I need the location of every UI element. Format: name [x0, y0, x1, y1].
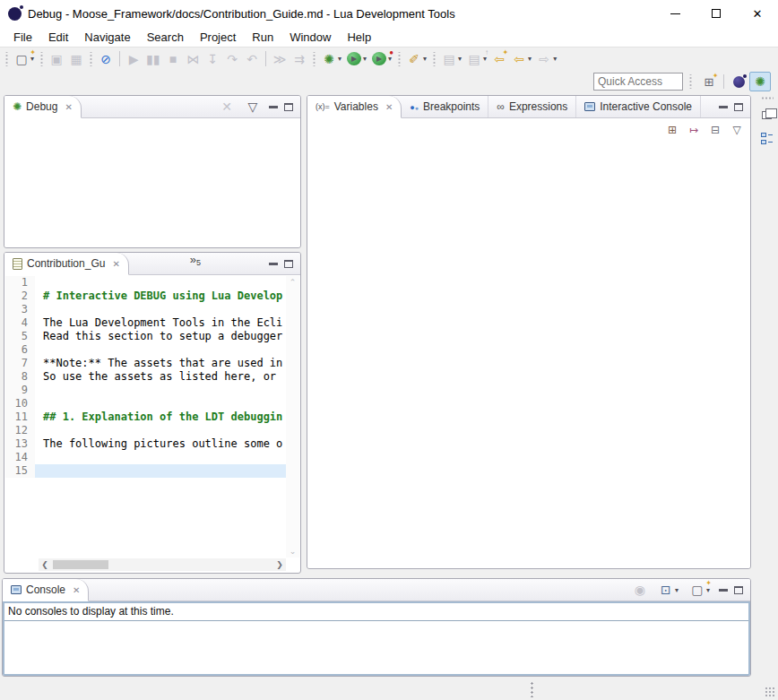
- lua-perspective-button[interactable]: [728, 72, 749, 91]
- line-number[interactable]: 1: [5, 276, 35, 290]
- quick-access-input[interactable]: [593, 73, 683, 91]
- outline-view-icon[interactable]: [761, 133, 774, 145]
- tab-variables[interactable]: (x)= Variables ✕: [307, 96, 402, 118]
- scroll-right-icon[interactable]: ❯: [273, 560, 286, 569]
- toolbar-grip[interactable]: [688, 74, 693, 89]
- menu-help[interactable]: Help: [339, 29, 379, 46]
- toolbar-grip[interactable]: [89, 52, 93, 66]
- resume-icon[interactable]: ▶: [125, 51, 143, 67]
- remove-all-terminated-icon[interactable]: ✕: [218, 99, 236, 115]
- console-content[interactable]: No consoles to display at this time.: [3, 601, 750, 676]
- restore-views-icon[interactable]: [762, 111, 772, 119]
- disconnect-icon[interactable]: ⋈: [184, 51, 202, 67]
- minimize-view-icon[interactable]: [269, 262, 278, 265]
- line-number[interactable]: 6: [5, 343, 35, 357]
- toolbar-grip[interactable]: [432, 52, 437, 66]
- line-text[interactable]: [35, 384, 286, 397]
- code-editor[interactable]: 12# Interactive DEBUG using Lua Develop3…: [5, 276, 299, 557]
- menu-run[interactable]: Run: [244, 29, 281, 46]
- window-resize-grip[interactable]: [765, 687, 775, 697]
- pin-console-icon[interactable]: ◉: [631, 582, 649, 598]
- line-text[interactable]: # Interactive DEBUG using Lua Develop: [35, 290, 286, 303]
- line-number[interactable]: 13: [5, 437, 35, 451]
- close-icon[interactable]: ✕: [385, 102, 393, 112]
- code-line[interactable]: 4The Lua Development Tools in the Ecli: [5, 316, 299, 330]
- debug-view-content[interactable]: [4, 118, 300, 247]
- code-line[interactable]: 9: [5, 384, 299, 397]
- line-number[interactable]: 10: [5, 397, 35, 410]
- line-number[interactable]: 5: [5, 330, 35, 343]
- external-tools-icon[interactable]: ✐▾: [405, 51, 428, 67]
- skip-all-breakpoints-icon[interactable]: ⊘: [97, 51, 115, 67]
- line-number[interactable]: 4: [5, 316, 35, 330]
- debug-icon[interactable]: ✺▾: [320, 51, 343, 67]
- line-number[interactable]: 2: [5, 290, 35, 303]
- menu-edit[interactable]: Edit: [40, 29, 76, 46]
- hidden-editors-chevron[interactable]: » 5: [190, 253, 201, 274]
- menu-search[interactable]: Search: [139, 29, 192, 46]
- step-into-icon[interactable]: ↧: [203, 51, 221, 67]
- line-text[interactable]: [35, 276, 286, 290]
- code-line[interactable]: 5Read this section to setup a debugger: [5, 330, 299, 343]
- line-text[interactable]: [35, 303, 286, 316]
- terminate-icon[interactable]: ■: [164, 51, 182, 67]
- debug-perspective-button[interactable]: ✺: [749, 72, 771, 91]
- code-line[interactable]: 2# Interactive DEBUG using Lua Develop: [5, 290, 299, 303]
- scroll-up-icon[interactable]: ⌃: [290, 278, 297, 287]
- new-wizard-icon[interactable]: ▢✦▾: [13, 51, 36, 67]
- tab-expressions[interactable]: ∞ Expressions: [488, 96, 576, 117]
- toolbar-grip[interactable]: [312, 52, 316, 66]
- horizontal-scrollbar[interactable]: ❮ ❯: [39, 558, 286, 571]
- back-icon[interactable]: ⇦▾: [510, 51, 533, 67]
- chevron-down-icon[interactable]: ▾: [338, 55, 341, 63]
- code-line[interactable]: 12: [5, 424, 299, 437]
- line-text[interactable]: So use the assets as listed here, or: [35, 370, 286, 384]
- scrollbar-thumb[interactable]: [53, 560, 108, 569]
- tab-console[interactable]: Console ✕: [3, 579, 89, 601]
- line-text[interactable]: [35, 451, 286, 464]
- menu-navigate[interactable]: Navigate: [76, 29, 138, 46]
- view-menu-icon[interactable]: ▽: [728, 122, 746, 138]
- run-icon[interactable]: ▶▾: [345, 51, 368, 66]
- line-text[interactable]: [35, 464, 286, 478]
- open-console-icon[interactable]: ▢✦▾: [688, 582, 712, 598]
- statusbar-drag-handle[interactable]: [531, 681, 533, 697]
- chevron-down-icon[interactable]: ▾: [528, 55, 532, 63]
- line-number[interactable]: 3: [5, 303, 35, 316]
- tab-debug[interactable]: ✺ Debug ✕: [4, 96, 82, 118]
- chevron-down-icon[interactable]: ▾: [423, 55, 427, 63]
- chevron-down-icon[interactable]: ▾: [553, 55, 557, 63]
- vertical-scrollbar[interactable]: ⌃ ⌄: [286, 276, 299, 557]
- collapse-all-icon[interactable]: ⊟: [706, 122, 724, 138]
- chevron-down-icon[interactable]: ▾: [458, 55, 462, 63]
- maximize-view-icon[interactable]: [734, 586, 743, 594]
- chevron-down-icon[interactable]: ▾: [363, 55, 367, 63]
- code-line[interactable]: 8So use the assets as listed here, or: [5, 370, 299, 384]
- code-line[interactable]: 1: [5, 276, 299, 290]
- line-text[interactable]: [35, 424, 286, 437]
- menu-window[interactable]: Window: [281, 29, 339, 46]
- code-line[interactable]: 10: [5, 397, 299, 410]
- suspend-icon[interactable]: ▮▮: [144, 51, 162, 67]
- last-edit-location-icon[interactable]: ⇦✦: [490, 51, 508, 67]
- toolbar-grip[interactable]: [4, 52, 9, 66]
- toolbar-grip[interactable]: [397, 52, 402, 66]
- line-text[interactable]: **Note:** The assets that are used in: [35, 357, 286, 370]
- tab-interactive-console[interactable]: Interactive Console: [576, 96, 701, 117]
- line-number[interactable]: 12: [5, 424, 35, 437]
- close-window-button[interactable]: ✕: [737, 0, 778, 27]
- close-icon[interactable]: ✕: [65, 102, 72, 112]
- close-icon[interactable]: ✕: [112, 259, 119, 269]
- code-line[interactable]: 14: [5, 451, 299, 464]
- code-line[interactable]: 13The following pictures outline some o: [5, 437, 299, 451]
- line-number[interactable]: 11: [5, 410, 35, 424]
- run-to-line-icon[interactable]: ⇉: [290, 51, 308, 67]
- close-icon[interactable]: ✕: [73, 585, 80, 595]
- step-over-icon[interactable]: ↷: [223, 51, 241, 67]
- line-text[interactable]: [35, 343, 286, 357]
- tab-contribution-guide[interactable]: Contribution_Gu ✕: [4, 253, 129, 275]
- save-icon[interactable]: ▣: [48, 51, 65, 67]
- code-line[interactable]: 11## 1. Explanation of the LDT debuggin: [5, 410, 299, 424]
- maximize-view-icon[interactable]: [734, 103, 743, 111]
- line-number[interactable]: 15: [5, 464, 35, 478]
